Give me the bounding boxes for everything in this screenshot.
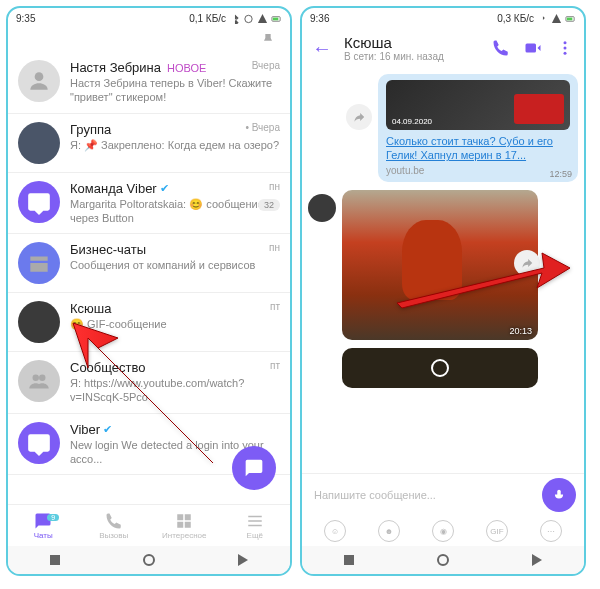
nav-label: Интересное bbox=[162, 531, 206, 540]
status-bar: 9:36 0,3 КБ/с bbox=[302, 8, 584, 28]
chat-time: пт bbox=[270, 360, 280, 371]
link-preview-image: 04.09.2020 bbox=[386, 80, 570, 130]
chat-header: ← Ксюша В сети: 16 мин. назад bbox=[302, 28, 584, 68]
chat-preview: Настя Зебрина теперь в Viber! Скажите "п… bbox=[70, 76, 280, 105]
network-speed: 0,3 КБ/с bbox=[497, 13, 534, 24]
composer-toolbar: ☺ ☻ ◉ GIF ⋯ bbox=[302, 516, 584, 546]
new-badge: НОВОЕ bbox=[167, 62, 206, 74]
video-call-icon[interactable] bbox=[524, 39, 542, 57]
network-speed: 0,1 КБ/с bbox=[189, 13, 226, 24]
nav-explore[interactable]: Интересное bbox=[149, 505, 220, 546]
avatar-group bbox=[18, 122, 60, 164]
status-right: 0,1 КБ/с bbox=[189, 13, 282, 24]
chat-item-viber-team[interactable]: Команда Viber✔ Margarita Poltoratskaia: … bbox=[8, 173, 290, 235]
contact-name[interactable]: Ксюша bbox=[344, 34, 480, 51]
svg-point-5 bbox=[39, 375, 46, 382]
svg-point-13 bbox=[564, 41, 567, 44]
more-button[interactable]: ⋯ bbox=[540, 520, 562, 542]
avatar-store bbox=[18, 242, 60, 284]
alarm-icon bbox=[243, 13, 254, 24]
chat-name: Бизнес-чаты bbox=[70, 242, 146, 257]
chat-name: Команда Viber bbox=[70, 181, 157, 196]
chat-time: • Вчера bbox=[245, 122, 280, 133]
chat-preview: Сообщения от компаний и сервисов bbox=[70, 258, 280, 272]
avatar-viber bbox=[18, 422, 60, 464]
bluetooth-icon bbox=[537, 13, 548, 24]
tutorial-arrow bbox=[392, 248, 572, 332]
outgoing-link-message[interactable]: 04.09.2020 Сколько стоит тачка? Субо и е… bbox=[378, 74, 578, 182]
sender-avatar bbox=[308, 194, 336, 222]
forward-button[interactable] bbox=[346, 104, 372, 130]
tutorial-arrow bbox=[58, 308, 228, 482]
nav-chats[interactable]: 9 Чаты bbox=[8, 505, 79, 546]
nav-more[interactable]: Ещё bbox=[220, 505, 291, 546]
status-right: 0,3 КБ/с bbox=[497, 13, 576, 24]
svg-point-0 bbox=[245, 15, 252, 22]
svg-rect-6 bbox=[178, 514, 184, 520]
bluetooth-icon bbox=[229, 13, 240, 24]
nav-badge: 9 bbox=[47, 514, 59, 521]
chat-time: Вчера bbox=[252, 60, 280, 71]
signal-icon bbox=[551, 13, 562, 24]
phone-left: 9:35 0,1 КБ/с Настя ЗебринаНОВОЕ Настя З… bbox=[6, 6, 292, 576]
menu-icon[interactable] bbox=[556, 39, 574, 57]
chat-item-nastya[interactable]: Настя ЗебринаНОВОЕ Настя Зебрина теперь … bbox=[8, 52, 290, 114]
battery-icon bbox=[271, 13, 282, 24]
svg-point-14 bbox=[564, 47, 567, 50]
back-button[interactable]: ← bbox=[312, 37, 332, 60]
chat-item-group[interactable]: Группа Я: 📌 Закреплено: Когда едем на оз… bbox=[8, 114, 290, 173]
sys-recents[interactable] bbox=[50, 555, 60, 565]
svg-rect-12 bbox=[526, 44, 537, 53]
sys-home[interactable] bbox=[437, 554, 449, 566]
system-nav bbox=[302, 546, 584, 574]
chat-preview: Я: 📌 Закреплено: Когда едем на озеро? bbox=[70, 138, 280, 152]
nav-label: Чаты bbox=[34, 531, 53, 540]
sys-home[interactable] bbox=[143, 554, 155, 566]
avatar-viber bbox=[18, 181, 60, 223]
message-input[interactable]: Напишите сообщение... bbox=[310, 485, 536, 505]
bottom-nav: 9 Чаты Вызовы Интересное Ещё bbox=[8, 504, 290, 546]
nav-calls[interactable]: Вызовы bbox=[79, 505, 150, 546]
status-bar: 9:35 0,1 КБ/с bbox=[8, 8, 290, 28]
chat-time: пт bbox=[270, 301, 280, 312]
svg-point-4 bbox=[33, 375, 40, 382]
svg-rect-8 bbox=[178, 521, 184, 527]
nav-label: Вызовы bbox=[99, 531, 128, 540]
preview-date: 04.09.2020 bbox=[392, 117, 432, 126]
svg-point-3 bbox=[35, 72, 44, 81]
chat-item-business[interactable]: Бизнес-чаты Сообщения от компаний и серв… bbox=[8, 234, 290, 293]
message-composer: Напишите сообщение... bbox=[302, 473, 584, 516]
compose-fab[interactable] bbox=[232, 446, 276, 490]
pin-icon bbox=[260, 32, 276, 48]
verified-icon: ✔ bbox=[160, 182, 169, 195]
link-source: youtu.be bbox=[386, 165, 570, 176]
nav-label: Ещё bbox=[247, 531, 263, 540]
camera-button[interactable]: ◉ bbox=[432, 520, 454, 542]
svg-rect-9 bbox=[185, 521, 191, 527]
chat-time: пн bbox=[269, 242, 280, 253]
svg-rect-11 bbox=[567, 17, 573, 20]
chat-name: Группа bbox=[70, 122, 111, 137]
avatar-user bbox=[18, 301, 60, 343]
search-bar[interactable] bbox=[8, 28, 290, 52]
battery-icon bbox=[565, 13, 576, 24]
emoji-button[interactable]: ☻ bbox=[378, 520, 400, 542]
unread-count: 32 bbox=[258, 199, 280, 211]
gif-button[interactable]: GIF bbox=[486, 520, 508, 542]
sys-recents[interactable] bbox=[344, 555, 354, 565]
system-nav bbox=[8, 546, 290, 574]
avatar-community bbox=[18, 360, 60, 402]
sticker-button[interactable]: ☺ bbox=[324, 520, 346, 542]
link-title[interactable]: Сколько стоит тачка? Субо и его Гелик! Х… bbox=[386, 134, 570, 163]
svg-rect-2 bbox=[273, 17, 279, 20]
incoming-video-message[interactable] bbox=[342, 348, 538, 388]
sys-back[interactable] bbox=[532, 554, 542, 566]
call-icon[interactable] bbox=[492, 39, 510, 57]
clock: 9:35 bbox=[16, 13, 35, 24]
chat-time: пн bbox=[269, 181, 280, 192]
mic-button[interactable] bbox=[542, 478, 576, 512]
chat-preview: Margarita Poltoratskaia: 😊 сообщение чер… bbox=[70, 197, 280, 226]
phone-right: 9:36 0,3 КБ/с ← Ксюша В сети: 16 мин. на… bbox=[300, 6, 586, 576]
sys-back[interactable] bbox=[238, 554, 248, 566]
svg-rect-7 bbox=[185, 514, 191, 520]
